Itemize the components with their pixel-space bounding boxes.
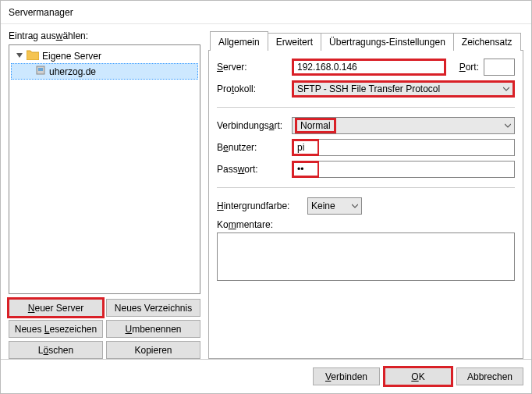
tab-transfer[interactable]: Übertragungs-Einstellungen [321,33,454,51]
chevron-down-icon [352,201,358,211]
conn-type-select[interactable]: Normal [292,117,515,134]
comments-label: Kommentare: [217,219,515,230]
server-manager-dialog: Servermanager Eintrag auswählen: Eigene … [0,0,532,394]
tree-root-folder[interactable]: Eigene Server [11,48,198,63]
password-input-hl[interactable]: •• [292,161,320,178]
window-title: Servermanager [9,7,73,18]
server-tree[interactable]: Eigene Server uherzog.de [9,44,200,294]
conn-type-label: Verbindungsart: [217,120,287,131]
close-button[interactable] [495,1,531,24]
left-panel: Eintrag auswählen: Eigene Server uherzog… [9,30,200,359]
new-server-button[interactable]: Neuer Server [9,299,103,317]
user-label: Benutzer: [217,142,287,153]
user-input[interactable] [292,139,320,156]
tab-panel-general: Server: Port: Protokoll: SFTP - SSH File… [208,50,523,359]
cancel-button[interactable]: Abbrechen [456,367,523,385]
connect-button[interactable]: Verbinden [313,367,380,385]
user-input-ext[interactable] [319,139,515,156]
tree-root-label: Eigene Server [42,51,101,62]
bgcolor-select[interactable]: Keine [307,197,362,215]
ok-button[interactable]: OK [385,367,452,385]
password-label: Passwort: [217,164,287,175]
folder-icon [27,49,39,62]
expander-icon[interactable] [16,52,23,60]
tab-bar: Allgemein Erweitert Übertragungs-Einstel… [208,31,523,51]
tab-charset[interactable]: Zeichensatz [454,33,521,51]
password-input[interactable] [319,161,515,178]
tab-advanced[interactable]: Erweitert [268,33,321,51]
right-panel: Allgemein Erweitert Übertragungs-Einstel… [208,30,523,359]
server-icon [35,65,46,78]
svg-rect-4 [38,68,43,71]
tab-general[interactable]: Allgemein [210,31,268,51]
port-input[interactable] [484,59,515,76]
rename-button[interactable]: Umbenennen [106,320,200,338]
protocol-value: SFTP - SSH File Transfer Protocol [297,83,440,94]
tree-item-uherzog[interactable]: uherzog.de [11,63,198,80]
left-button-grid: Neuer Server Neues Verzeichnis Neues Les… [9,299,200,359]
dialog-footer: Verbinden OK Abbrechen [1,359,531,393]
conn-type-value: Normal [295,118,336,133]
tree-item-label: uherzog.de [49,66,96,77]
port-label: Port: [451,62,479,73]
server-label: Server: [217,62,287,73]
bgcolor-value: Keine [311,201,335,211]
server-input[interactable] [292,59,446,76]
comments-textarea[interactable] [217,232,515,281]
titlebar: Servermanager [1,1,531,24]
protocol-label: Protokoll: [217,83,287,94]
copy-button[interactable]: Kopieren [106,341,200,359]
protocol-select[interactable]: SFTP - SSH File Transfer Protocol [292,80,515,98]
svg-marker-2 [16,53,23,58]
bgcolor-label: Hintergrundfarbe: [217,201,303,211]
chevron-down-icon [505,120,511,131]
new-folder-button[interactable]: Neues Verzeichnis [106,299,200,317]
delete-button[interactable]: Löschen [9,341,103,359]
chevron-down-icon [503,83,509,94]
select-entry-label: Eintrag auswählen: [9,30,200,41]
new-bookmark-button[interactable]: Neues Lesezeichen [9,320,103,338]
